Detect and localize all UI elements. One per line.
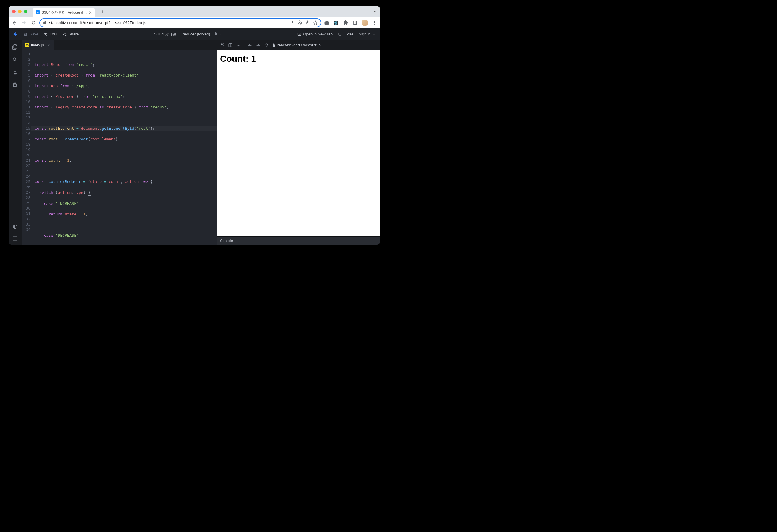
- browser-tab-bar: S3U4 상태관리 Reducer (forked) ✕ ＋: [9, 6, 380, 17]
- preview-forward-button[interactable]: [256, 43, 260, 47]
- project-title: S3U4 상태관리 Reducer (forked): [154, 32, 210, 36]
- share-button[interactable]: Share: [63, 32, 79, 36]
- preview-panel: react-nnvdgd.stackblitz.io Count: 1 Cons…: [217, 40, 380, 245]
- preview-iframe[interactable]: Count: 1: [217, 50, 380, 237]
- count-heading: Count: 1: [220, 54, 377, 64]
- preview-address-bar[interactable]: react-nnvdgd.stackblitz.io: [272, 43, 377, 47]
- side-panel-icon[interactable]: [352, 20, 358, 26]
- browser-tab-active[interactable]: S3U4 상태관리 Reducer (forked) ✕: [33, 8, 95, 17]
- profile-avatar[interactable]: [362, 19, 368, 26]
- address-bar[interactable]: stackblitz.com/edit/react-nnvdgd?file=sr…: [39, 18, 321, 27]
- translate-icon[interactable]: [298, 20, 303, 25]
- bolt-icon: [36, 10, 40, 14]
- gear-icon[interactable]: [12, 82, 18, 88]
- new-tab-button[interactable]: ＋: [100, 8, 105, 15]
- extension-icons: [324, 19, 377, 26]
- search-icon[interactable]: [12, 57, 18, 63]
- forward-button[interactable]: [20, 19, 27, 26]
- lock-icon: [272, 43, 275, 47]
- svg-point-1: [336, 22, 337, 23]
- code-content[interactable]: import React from 'react'; import { crea…: [33, 50, 217, 245]
- svg-point-8: [374, 22, 375, 23]
- editor-tab-indexjs[interactable]: JS index.js ✕: [22, 40, 54, 50]
- prettier-icon[interactable]: [220, 43, 224, 47]
- preview-back-button[interactable]: [247, 43, 252, 47]
- editor-tabs: JS index.js ✕: [22, 40, 217, 50]
- minimize-window-button[interactable]: [18, 10, 22, 13]
- chrome-menu-icon[interactable]: [372, 20, 377, 26]
- svg-rect-12: [13, 237, 17, 240]
- window-controls: [12, 10, 27, 13]
- browser-window: S3U4 상태관리 Reducer (forked) ✕ ＋ stackblit…: [9, 6, 380, 245]
- maximize-window-button[interactable]: [24, 10, 27, 13]
- save-button[interactable]: Save: [23, 32, 38, 36]
- preview-reload-button[interactable]: [264, 43, 268, 47]
- url-action-icons: [290, 20, 318, 25]
- share-icon[interactable]: [306, 20, 310, 25]
- preview-toolbar: react-nnvdgd.stackblitz.io: [217, 40, 380, 50]
- chevron-up-icon[interactable]: [373, 239, 377, 243]
- extensions-puzzle-icon[interactable]: [343, 20, 349, 26]
- chevron-down-icon[interactable]: [373, 9, 377, 14]
- stackblitz-toolbar: Save Fork Share S3U4 상태관리 Reducer (forke…: [9, 28, 380, 40]
- svg-point-7: [374, 21, 375, 22]
- files-icon[interactable]: [12, 44, 18, 50]
- preview-url: react-nnvdgd.stackblitz.io: [277, 43, 321, 47]
- code-editor[interactable]: 1234567891011121314151617181920212223242…: [22, 50, 217, 245]
- url-text: stackblitz.com/edit/react-nnvdgd?file=sr…: [49, 20, 146, 25]
- svg-rect-6: [355, 21, 356, 24]
- sign-in-button[interactable]: Sign in: [359, 32, 376, 36]
- close-tab-icon[interactable]: ✕: [89, 10, 92, 15]
- bookmark-star-icon[interactable]: [313, 20, 318, 25]
- svg-point-18: [240, 45, 240, 45]
- svg-point-16: [237, 45, 237, 45]
- open-new-tab-button[interactable]: Open in New Tab: [297, 32, 333, 36]
- editor-panel: JS index.js ✕ 12345678910111213141516171…: [22, 40, 217, 245]
- line-gutter: 1234567891011121314151617181920212223242…: [22, 50, 33, 245]
- activity-bar: [9, 40, 22, 245]
- lock-icon: [43, 21, 47, 24]
- project-title-area[interactable]: S3U4 상태관리 Reducer (forked): [84, 32, 292, 37]
- stackblitz-logo-icon[interactable]: [13, 32, 18, 37]
- firebase-icon[interactable]: [12, 69, 18, 76]
- install-app-icon[interactable]: [290, 20, 295, 25]
- browser-toolbar: stackblitz.com/edit/react-nnvdgd?file=sr…: [9, 17, 380, 28]
- reload-button[interactable]: [30, 19, 37, 26]
- close-icon[interactable]: ✕: [47, 43, 50, 47]
- lock-icon: [214, 32, 222, 36]
- js-file-icon: JS: [25, 43, 29, 47]
- more-icon[interactable]: [236, 43, 241, 47]
- react-devtools-icon[interactable]: [333, 20, 339, 26]
- console-bar[interactable]: Console: [217, 237, 380, 245]
- svg-point-17: [238, 45, 239, 45]
- back-button[interactable]: [11, 19, 18, 26]
- camera-icon[interactable]: [324, 20, 330, 26]
- close-window-button[interactable]: [12, 10, 16, 13]
- svg-rect-10: [339, 33, 341, 35]
- panel-icon[interactable]: [12, 236, 18, 241]
- fork-button[interactable]: Fork: [44, 32, 58, 36]
- current-line-highlight: [31, 126, 217, 131]
- split-editor-icon[interactable]: [228, 43, 233, 47]
- tab-title: S3U4 상태관리 Reducer (forked): [42, 10, 87, 15]
- svg-point-9: [374, 24, 375, 24]
- theme-icon[interactable]: [12, 224, 18, 229]
- stackblitz-body: JS index.js ✕ 12345678910111213141516171…: [9, 40, 380, 245]
- close-button[interactable]: Close: [338, 32, 353, 36]
